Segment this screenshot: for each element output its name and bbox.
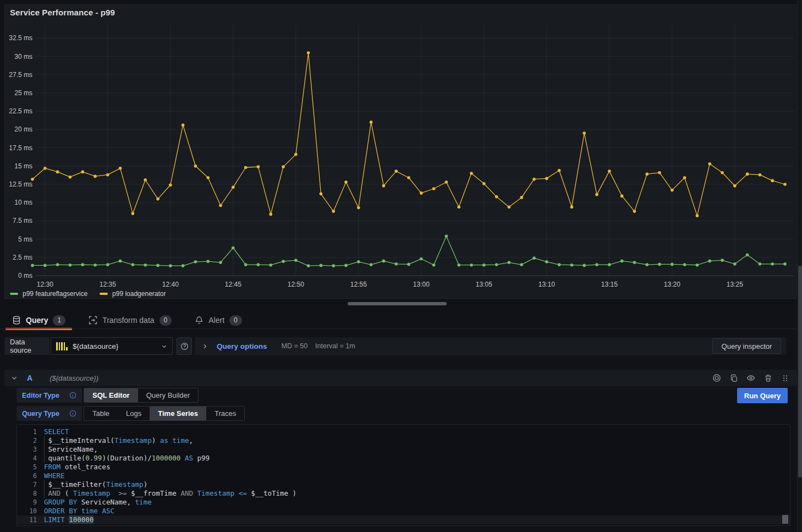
tab-transform-label: Transform data — [102, 316, 154, 325]
legend-label: p99 featureflagservice — [23, 290, 87, 298]
panel-editor-tabbar: Query 1 Transform data 0 Alert — [4, 311, 250, 329]
timeseries-chart[interactable]: 0 ms2.5 ms5 ms7.5 ms10 ms12.5 ms15 ms17.… — [5, 5, 798, 299]
line-number: 7 — [17, 480, 37, 489]
database-icon — [12, 316, 21, 325]
svg-text:12:45: 12:45 — [225, 281, 241, 288]
editor-type-sql-editor[interactable]: SQL Editor — [84, 388, 138, 402]
svg-text:17.5 ms: 17.5 ms — [9, 144, 32, 152]
eye-icon[interactable] — [745, 372, 757, 384]
code-line: 5FROM otel_traces — [17, 463, 790, 471]
code-line: 7 $__timeFilter(Timestamp) — [17, 480, 790, 489]
line-number: 6 — [17, 471, 37, 480]
svg-text:5 ms: 5 ms — [18, 235, 32, 243]
tab-query-label: Query — [26, 316, 48, 325]
svg-text:10 ms: 10 ms — [14, 199, 32, 206]
query-type-row: Query Type Table Logs Time Series Traces — [17, 406, 245, 421]
tab-transform-data[interactable]: Transform data 0 — [81, 311, 179, 329]
code-text: LIMIT 100000 — [44, 515, 94, 524]
code-text: quantile(0.99)(Duration)/1000000 AS p99 — [44, 454, 210, 463]
chevron-right-icon — [202, 343, 208, 349]
bell-icon — [195, 316, 204, 325]
collapse-chevron-icon[interactable] — [11, 375, 18, 381]
code-line: 3 ServiceName, — [17, 445, 790, 454]
line-number: 8 — [17, 489, 37, 498]
query-datasource-hint: (${datasource}) — [50, 374, 98, 382]
svg-text:12:35: 12:35 — [100, 281, 116, 288]
line-number: 9 — [17, 498, 37, 507]
svg-text:12.5 ms: 12.5 ms — [9, 180, 32, 188]
query-options-strip[interactable]: Query options MD = 50 Interval = 1m — [195, 337, 786, 355]
code-text: $__timeInterval(Timestamp) as time, — [44, 436, 193, 445]
copy-icon[interactable] — [728, 372, 740, 384]
tab-transform-count-badge: 0 — [160, 315, 172, 326]
query-inspector-button[interactable]: Query inspector — [712, 338, 781, 354]
grafana-panel-edit-page: 0 ms2.5 ms5 ms7.5 ms10 ms12.5 ms15 ms17.… — [0, 0, 802, 532]
legend-item-p99-loadgenerator[interactable]: p99 loadgenerator — [100, 290, 166, 298]
svg-text:30 ms: 30 ms — [14, 53, 32, 61]
query-a-header[interactable]: A (${datasource}) — [4, 370, 798, 386]
datasource-select[interactable]: ${datasource} — [51, 337, 173, 355]
code-text: FROM otel_traces — [44, 463, 110, 471]
record-icon[interactable] — [711, 372, 723, 384]
query-actions — [711, 372, 791, 384]
svg-text:12:30: 12:30 — [37, 281, 53, 288]
editor-type-row: Editor Type SQL Editor Query Builder — [17, 388, 199, 403]
sql-code-editor[interactable]: 1SELECT2 $__timeInterval(Timestamp) as t… — [17, 424, 790, 526]
code-line: 1SELECT — [17, 427, 790, 436]
code-text: SELECT — [44, 427, 69, 436]
svg-text:7.5 ms: 7.5 ms — [13, 217, 32, 224]
tab-query[interactable]: Query 1 — [4, 311, 73, 329]
tab-query-count-badge: 1 — [53, 315, 65, 326]
code-text: AND ( Timestamp >= $__fromTime AND Times… — [44, 489, 296, 498]
page-scrollbar-thumb[interactable] — [798, 266, 802, 478]
code-text: WHERE — [44, 471, 65, 480]
editor-type-query-builder[interactable]: Query Builder — [138, 388, 198, 402]
editor-type-options: SQL Editor Query Builder — [84, 388, 199, 403]
legend-marker — [100, 293, 108, 295]
code-text: ServiceName, — [44, 445, 98, 454]
tab-alert-label: Alert — [208, 316, 224, 325]
drag-handle-icon[interactable] — [779, 372, 791, 384]
query-type-table[interactable]: Table — [84, 407, 118, 420]
svg-text:20 ms: 20 ms — [14, 125, 32, 133]
datasource-help-button[interactable] — [177, 337, 192, 355]
datasource-row: Data source ${datasource} — [4, 337, 786, 355]
run-query-button[interactable]: Run Query — [737, 388, 788, 403]
svg-text:13:25: 13:25 — [727, 281, 743, 288]
transform-icon — [89, 316, 97, 325]
horizontal-scrollbar-thumb[interactable] — [348, 302, 447, 305]
query-type-traces[interactable]: Traces — [206, 407, 244, 420]
svg-text:27.5 ms: 27.5 ms — [9, 71, 32, 79]
interval-value: Interval = 1m — [315, 342, 355, 350]
line-number: 2 — [17, 436, 37, 445]
code-text: $__timeFilter(Timestamp) — [44, 480, 147, 489]
svg-text:13:20: 13:20 — [664, 281, 680, 288]
query-ref-id[interactable]: A — [27, 374, 32, 382]
line-number: 11 — [17, 515, 37, 524]
line-number: 3 — [17, 445, 37, 454]
chevron-down-icon — [161, 343, 167, 349]
code-line: 9GROUP BY ServiceName, time — [17, 498, 790, 507]
svg-text:13:00: 13:00 — [413, 281, 430, 288]
editor-scrollbar-thumb[interactable] — [782, 515, 788, 524]
svg-text:22.5 ms: 22.5 ms — [9, 107, 32, 115]
svg-text:0 ms: 0 ms — [18, 272, 32, 279]
svg-text:15 ms: 15 ms — [14, 162, 32, 170]
svg-text:2.5 ms: 2.5 ms — [13, 254, 32, 261]
tab-alert[interactable]: Alert 0 — [187, 311, 249, 329]
query-type-options: Table Logs Time Series Traces — [84, 406, 245, 421]
code-line: 2 $__timeInterval(Timestamp) as time, — [17, 436, 790, 445]
trash-icon[interactable] — [762, 372, 774, 384]
query-type-time-series[interactable]: Time Series — [150, 407, 206, 420]
query-type-logs[interactable]: Logs — [118, 407, 150, 420]
query-type-label-box: Query Type — [17, 406, 82, 421]
code-line: 8 AND ( Timestamp >= $__fromTime AND Tim… — [17, 489, 790, 498]
page-scrollbar[interactable] — [797, 0, 802, 532]
legend-item-p99-featureflagservice[interactable]: p99 featureflagservice — [10, 290, 87, 298]
svg-text:12:55: 12:55 — [350, 281, 367, 288]
timeseries-panel: 0 ms2.5 ms5 ms7.5 ms10 ms12.5 ms15 ms17.… — [4, 4, 798, 299]
svg-text:32.5 ms: 32.5 ms — [9, 34, 32, 42]
line-number: 1 — [17, 427, 37, 436]
max-data-points-value: MD = 50 — [282, 342, 308, 350]
datasource-select-value: ${datasource} — [73, 342, 156, 350]
